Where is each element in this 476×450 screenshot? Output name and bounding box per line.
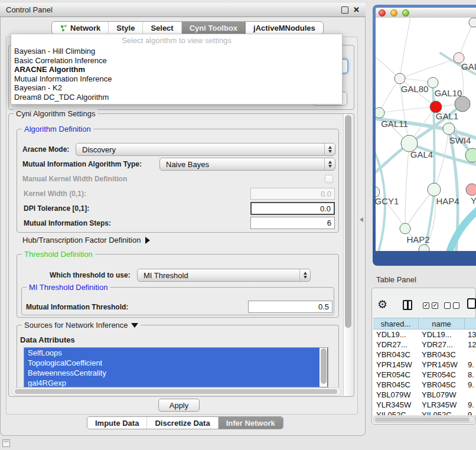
column-header-shared[interactable]: shared... (373, 318, 419, 329)
close-icon[interactable]: ✕ (353, 7, 360, 13)
mi-algorithm-type-combobox[interactable]: Naive Bayes (159, 158, 335, 171)
table-row[interactable]: YDR27...YDR27...12 (373, 340, 476, 350)
data-attributes-list[interactable]: SelfLoopsTopologicalCoefficientBetweenne… (24, 347, 328, 387)
list-item-topologicalcoefficient[interactable]: TopologicalCoefficient (24, 358, 328, 368)
table-row[interactable]: YPR145WYPR145W9. (373, 360, 476, 370)
network-edge[interactable] (449, 208, 476, 251)
zoom-traffic-light-icon[interactable] (402, 9, 409, 17)
table-row[interactable]: YBR043CYBR043C (373, 350, 476, 360)
control-panel-titlebar[interactable]: Control Panel ✕ (0, 3, 366, 17)
table-hscrollbar-thumb[interactable] (375, 418, 470, 422)
network-canvas[interactable]: GALGAL80GAL10GAL1GAL11SWI4GAL4GCY1HAP4YH… (376, 18, 476, 251)
node-green-right[interactable] (465, 148, 476, 162)
node-HAP4-label: HAP4 (436, 196, 459, 206)
column-header-col2[interactable] (465, 318, 476, 329)
list-item-betweennesscentrality[interactable]: BetweennessCentrality (24, 368, 328, 378)
tab-discretize-data[interactable]: Discretize Data (147, 417, 218, 429)
tab-infer-network[interactable]: Infer Network (219, 417, 283, 429)
network-edge[interactable] (400, 58, 459, 79)
network-edge[interactable] (400, 18, 411, 79)
dropdown-item-mutual-information-inference[interactable]: Mutual Information Inference (11, 74, 342, 84)
mi-threshold-group-title: MI Threshold Definition (27, 283, 110, 292)
sources-group-title[interactable]: Sources for Network Inference (22, 321, 141, 330)
minimize-traffic-light-icon[interactable] (390, 9, 397, 17)
table-row[interactable]: YLR345WYLR345W9. (373, 400, 476, 410)
columns-icon[interactable] (403, 300, 412, 310)
list-item-selfloops[interactable]: SelfLoops (24, 348, 328, 358)
attributes-list-scrollbar[interactable] (319, 348, 327, 387)
network-edge[interactable] (379, 107, 436, 113)
table-horizontal-scrollbar[interactable] (373, 416, 475, 423)
mi-steps-label: Mutual Information Steps: (24, 219, 111, 227)
node-pink-right-label: Y (471, 195, 476, 206)
dpi-tolerance-label: DPI Tolerance [0,1]: (24, 204, 89, 213)
tab-cyni-toolbox[interactable]: Cyni Toolbox (182, 22, 246, 34)
file-icon[interactable] (467, 298, 476, 309)
aracne-mode-combobox[interactable]: Discovery (76, 143, 335, 156)
float-window-icon[interactable] (341, 6, 348, 14)
node-GAL10[interactable] (428, 77, 438, 88)
node-GAL80[interactable] (395, 73, 405, 84)
table-body[interactable]: YDL19...YDL19...13YDR27...YDR27...12YBR0… (373, 330, 476, 415)
checked-box-icon[interactable]: ✓ (432, 302, 438, 309)
panel-restore-icon[interactable] (2, 439, 10, 447)
vertical-scrollbar-thumb[interactable] (345, 115, 351, 328)
settings-vertical-scrollbar[interactable] (343, 114, 353, 396)
table-row[interactable]: YIL052CYIL052C9 (373, 410, 476, 415)
which-threshold-combobox[interactable]: MI Threshold (137, 269, 311, 282)
tab-jactivemnodules[interactable]: jActiveMNodules (246, 22, 323, 34)
splitpane-collapse-icon[interactable] (360, 217, 363, 222)
expand-right-icon[interactable] (145, 237, 150, 244)
table-row[interactable]: YBR045CYBR045C9. (373, 380, 476, 390)
collapse-down-icon[interactable] (131, 323, 138, 328)
settings-horizontal-scrollbar[interactable] (12, 387, 341, 396)
table-cell: YPR145W (373, 360, 419, 370)
dropdown-item-dream8-dc-tdc-algorithm[interactable]: Dream8 DC_TDC Algorithm (11, 93, 342, 102)
column-header-name[interactable]: name (419, 318, 465, 329)
dropdown-item-basic-correlation-inference[interactable]: Basic Correlation Inference (11, 56, 342, 66)
table-row[interactable]: YDL19...YDL19...13 (373, 330, 476, 340)
table-panel-title: Table Panel (376, 275, 416, 284)
dropdown-item-bayesian-hill-climbing[interactable]: Bayesian - Hill Climbing (11, 47, 342, 56)
dropdown-item-bayesian-k2[interactable]: Bayesian - K2 (11, 83, 342, 93)
table-cell: YBL079W (419, 390, 465, 400)
list-item-gal4rgexp[interactable]: gal4RGexp (24, 378, 328, 387)
network-edge[interactable] (379, 79, 400, 113)
mi-threshold-field[interactable]: 0.5 (248, 301, 332, 313)
tab-network[interactable]: Network (52, 22, 109, 34)
node-bottom-partial[interactable] (419, 244, 429, 251)
node-SWI4[interactable] (443, 123, 455, 135)
node-gray[interactable] (455, 96, 470, 112)
mi-steps-field[interactable]: 6 (250, 217, 335, 229)
node-GAL80-label: GAL80 (401, 84, 429, 94)
table-row[interactable]: YER054CYER054C8. (373, 370, 476, 380)
table-row[interactable]: YBL079WYBL079W (373, 390, 476, 400)
network-edge[interactable] (434, 129, 449, 190)
close-traffic-light-icon[interactable] (379, 9, 386, 17)
unchecked-box-icon[interactable] (444, 302, 451, 309)
tab-select[interactable]: Select (143, 22, 181, 34)
checked-box-icon[interactable]: ✓ (423, 302, 429, 309)
network-edge[interactable] (405, 144, 409, 229)
tab-style[interactable]: Style (109, 22, 143, 34)
node-GAL11[interactable] (376, 107, 384, 118)
node-pink-right[interactable] (466, 184, 476, 195)
manual-kernel-width-checkbox[interactable] (325, 175, 333, 183)
apply-button[interactable]: Apply (158, 399, 200, 412)
table-header[interactable]: shared...name (373, 318, 476, 330)
network-window-titlebar[interactable] (376, 8, 476, 18)
unchecked-box-icon[interactable] (453, 302, 459, 309)
horizontal-scrollbar-thumb[interactable] (15, 389, 337, 394)
node-top-partial[interactable] (469, 18, 476, 27)
gear-icon[interactable]: ⚙ (377, 298, 387, 311)
dropdown-item-list: Bayesian - Hill ClimbingBasic Correlatio… (11, 47, 342, 102)
network-edge[interactable] (459, 22, 474, 58)
node-HAP4[interactable] (428, 183, 441, 196)
table-cell: 9. (465, 360, 476, 370)
tab-impute-data[interactable]: Impute Data (87, 417, 147, 429)
hub-section-header[interactable]: Hub/Transcription Factor Definition (22, 236, 150, 244)
node-HAP2[interactable] (400, 223, 410, 234)
kernel-width-field[interactable]: 0.0 (250, 188, 335, 200)
dropdown-item-aracne-algorithm[interactable]: ARACNE Algorithm (11, 65, 342, 74)
dpi-tolerance-field[interactable]: 0.0 (250, 202, 335, 215)
